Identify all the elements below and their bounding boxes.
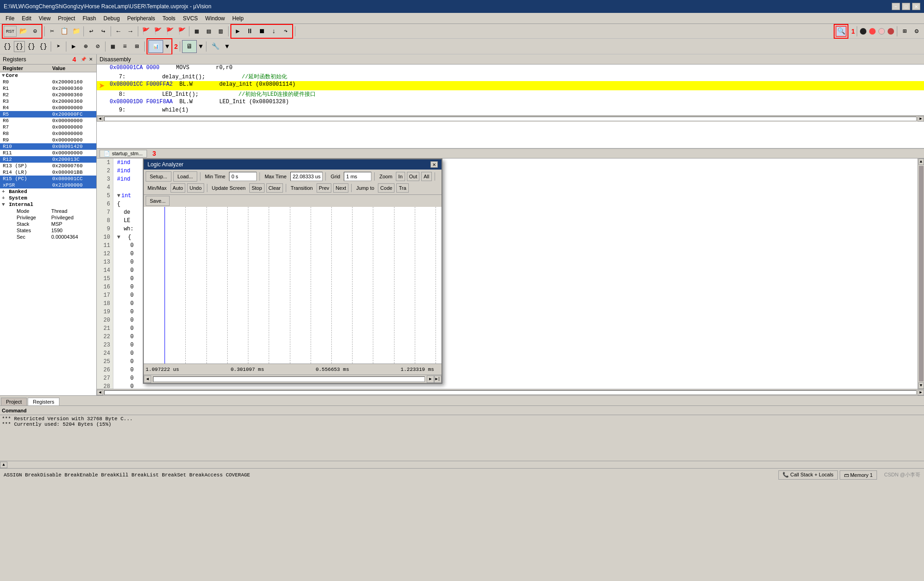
la-scrollbar[interactable]: ◀ ▶ ▶| [144,375,441,383]
la-next-button[interactable]: Next [333,183,348,193]
tb-mem3[interactable]: ⊞ [131,41,142,52]
tb-debug3[interactable]: ▥ [215,26,226,37]
expand-btn[interactable]: ▲ [0,462,7,468]
disasm-content[interactable]: 0x080001CA 0000 MOVS r0,r0 7: delay_init… [97,65,924,148]
tb-braces1[interactable]: {} [2,41,13,52]
scroll-track[interactable] [104,117,917,121]
tb-build4[interactable]: 🚩 [176,26,187,37]
tb-run2[interactable]: ▶ [68,41,79,52]
menu-help[interactable]: Help [229,14,247,23]
la-zoom-all-button[interactable]: All [421,172,431,181]
tb-step[interactable]: ↓ [268,26,279,37]
la-stop-button[interactable]: Stop [249,183,265,193]
la-save-button[interactable]: Save... [146,196,170,206]
core-section[interactable]: ▼Core [0,72,96,79]
tb-undo[interactable]: ↩ [86,26,97,37]
minimize-button[interactable]: − [892,3,900,10]
la-load-button[interactable]: Load... [173,171,197,182]
menu-project[interactable]: Project [54,14,79,23]
maximize-button[interactable]: □ [902,3,910,10]
tb-open-button[interactable]: 📂 [18,26,29,37]
src-hscroll-right[interactable]: ▶ [918,390,924,395]
tb-watch[interactable]: 📊 [148,40,163,53]
tb-mem2[interactable]: ≡ [119,41,130,52]
la-scroll-end-btn[interactable]: ▶| [434,376,441,383]
tb-mem[interactable]: ▦ [107,41,118,52]
src-scroll-thumb[interactable] [919,166,924,381]
menu-flash[interactable]: Flash [79,14,100,23]
tb-braces2[interactable]: {} [14,41,25,52]
system-section[interactable]: + System [0,195,96,201]
la-clear-button[interactable]: Clear [266,183,283,193]
la-scroll-track[interactable] [153,376,425,382]
tb-braces3[interactable]: {} [26,41,37,52]
tb-tool-arrow[interactable]: ▼ [224,41,230,52]
tb-arrow-right[interactable]: ➤ [53,41,64,52]
call-stack-tab[interactable]: 📞 Call Stack + Locals [778,470,838,480]
la-auto-button[interactable]: Auto [171,183,186,193]
tb-debug2[interactable]: ▤ [203,26,214,37]
menu-debug[interactable]: Debug [100,14,124,23]
tb-pause[interactable]: ⏸ [244,26,255,37]
src-hscroll-left[interactable]: ◀ [97,390,103,395]
source-tab[interactable]: 📄 startup_stm... [100,150,147,158]
la-code-button[interactable]: Code [378,183,394,193]
tb-nav-back[interactable]: ← [113,26,124,37]
close-button[interactable]: ✕ [912,3,920,10]
la-close-button[interactable]: ✕ [430,161,438,168]
tb-flag[interactable]: ⊘ [92,41,103,52]
tb-debug1[interactable]: ▦ [191,26,202,37]
tb-search-button[interactable]: 🔍 [836,26,847,37]
tb-grid[interactable]: ⊞ [899,26,910,37]
src-scroll-up-btn[interactable]: ▲ [918,158,924,165]
la-zoom-in-button[interactable]: In [396,172,405,181]
tab-registers[interactable]: Registers [28,398,59,405]
menu-file[interactable]: File [2,14,18,23]
tb-watch-arrow[interactable]: ▼ [164,41,171,52]
registers-scroll[interactable]: Register Value ▼Core R00x20000160 R10x20… [0,65,96,395]
src-scroll-down-btn[interactable]: ▼ [918,382,924,389]
tb-gear[interactable]: ⚙ [911,26,922,37]
tb-step-over[interactable]: ↷ [280,26,291,37]
la-undo-button[interactable]: Undo [187,183,204,193]
la-prev-button[interactable]: Prev [317,183,332,193]
tb-build3[interactable]: 🚩 [164,26,175,37]
src-hscroll-track[interactable] [104,390,917,395]
scroll-left-btn[interactable]: ◀ [97,116,103,122]
menu-view[interactable]: View [35,14,54,23]
la-scroll-right-btn[interactable]: ▶ [427,376,434,383]
tb-redo[interactable]: ↪ [98,26,109,37]
banked-section[interactable]: + Banked [0,188,96,195]
tb-dot4[interactable] [888,28,894,35]
la-tra-button[interactable]: Tra [396,183,408,193]
tb-stop[interactable]: ⏹ [256,26,267,37]
tab-project[interactable]: Project [1,398,27,405]
internal-section[interactable]: ▼ Internal [0,201,96,208]
source-content[interactable]: 1 2 3 4 5 6 7 8 9 10 11 12 13 14 15 16 1… [97,158,924,389]
menu-window[interactable]: Window [201,14,229,23]
tb-view1[interactable]: 🖥 [182,40,197,53]
tb-tool1[interactable]: 🔧 [208,40,223,53]
tb-dot3[interactable] [878,28,885,35]
source-hscroll[interactable]: ◀ ▶ [97,389,924,395]
source-vscrollbar[interactable]: ▲ ▼ [918,158,924,389]
tb-run[interactable]: ▶ [232,26,243,37]
tb-dot1[interactable] [860,28,866,35]
tb-dot2[interactable] [869,28,876,35]
menu-tools[interactable]: Tools [159,14,179,23]
tb-build[interactable]: 🚩 [140,26,151,37]
panel-pin[interactable]: 📌 [80,57,87,62]
la-setup-button[interactable]: Setup... [146,171,171,182]
tb-copy[interactable]: 📋 [59,26,70,37]
menu-edit[interactable]: Edit [18,14,35,23]
scroll-right-btn[interactable]: ▶ [918,116,924,122]
menu-peripherals[interactable]: Peripherals [124,14,159,23]
la-zoom-out-button[interactable]: Out [407,172,420,181]
la-scroll-left-btn[interactable]: ◀ [144,376,151,383]
menu-svcs[interactable]: SVCS [179,14,202,23]
tb-folder[interactable]: 📁 [71,26,82,37]
tb-circle-btn[interactable]: ⊙ [29,26,41,37]
disasm-hscroll[interactable]: ◀ ▶ [97,115,924,122]
tb-braces4[interactable]: {} [38,41,49,52]
panel-close[interactable]: ✕ [88,57,94,62]
